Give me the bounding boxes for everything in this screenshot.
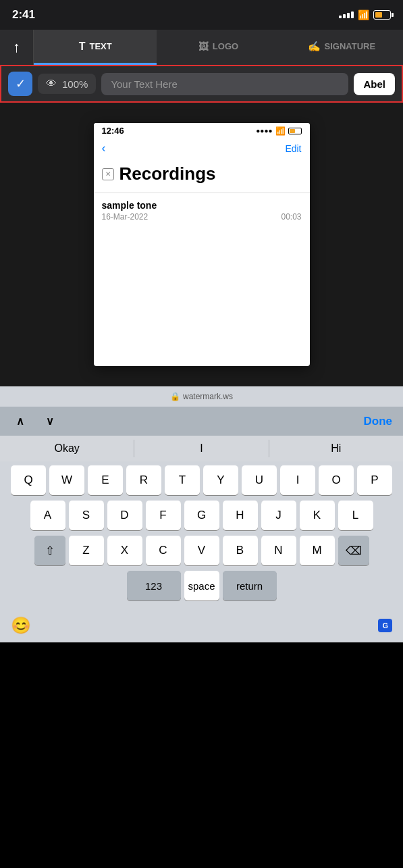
key-o[interactable]: O [319,465,354,495]
autocomplete-row: Okay I Hi [0,436,403,461]
key-y[interactable]: Y [203,465,238,495]
phone-wifi-icon: 📶 [275,126,286,136]
key-row-1: Q W E R T Y U I O P [3,465,400,495]
keyboard-nav-bar: ∧ ∨ Done [0,407,403,436]
shift-key[interactable]: ⇧ [34,536,65,565]
visibility-icon: 👁 [46,78,57,90]
key-l[interactable]: L [338,501,373,530]
phone-empty-area [94,228,310,350]
tab-logo[interactable]: 🖼 LOGO [157,30,279,65]
key-m[interactable]: M [300,536,335,565]
x-badge: ✕ [102,168,114,180]
status-icons: 📶 [339,9,391,20]
signature-tab-icon: ✍ [308,41,321,53]
key-x[interactable]: X [107,536,142,565]
key-c[interactable]: C [146,536,181,565]
text-placeholder: Your Text Here [111,78,177,90]
logo-tab-label: LOGO [213,41,238,51]
key-a[interactable]: A [30,501,65,530]
key-h[interactable]: H [223,501,258,530]
confirm-button[interactable]: ✓ [8,72,32,96]
key-k[interactable]: K [300,501,335,530]
wifi-icon: 📶 [358,9,369,20]
url-bar: 🔒 watermark.ws [0,386,403,407]
grammarly-badge: G [378,619,392,632]
key-g[interactable]: G [184,501,219,530]
phone-status-icons: ●●●● 📶 [256,126,301,136]
key-row-2: A S D F G H J K L [3,501,400,530]
phone-time: 12:46 [102,126,124,136]
font-name-label: Abel [363,78,385,90]
autocomplete-i[interactable]: I [134,440,269,457]
key-row-3: ⇧ Z X C V B N M ⌫ [3,536,400,565]
phone-back-arrow: ‹ [102,141,106,155]
delete-key[interactable]: ⌫ [338,536,369,565]
opacity-value: 100% [62,78,88,90]
bottom-bar: 😊 G [0,609,403,642]
top-toolbar: ↑ T TEXT 🖼 LOGO ✍ SIGNATURE [0,30,403,65]
key-u[interactable]: U [242,465,277,495]
nav-down-arrow[interactable]: ∨ [41,412,59,430]
text-input[interactable]: Your Text Here [101,73,348,95]
key-z[interactable]: Z [69,536,104,565]
key-j[interactable]: J [261,501,296,530]
text-tab-icon: T [79,41,86,53]
key-s[interactable]: S [69,501,104,530]
key-row-4: 123 space return [3,571,400,601]
back-button[interactable]: ↑ [0,30,34,65]
grammarly-icon: G [382,621,388,630]
key-n[interactable]: N [261,536,296,565]
phone-edit-button: Edit [285,143,301,154]
recording-name: sample tone [102,200,302,211]
opacity-control[interactable]: 👁 100% [38,74,96,94]
battery-icon [373,10,391,20]
phone-title: Recordings [119,163,216,184]
key-r[interactable]: R [126,465,161,495]
recording-meta: 16-Mar-2022 00:03 [102,212,302,222]
tab-text[interactable]: T TEXT [34,30,157,65]
key-q[interactable]: Q [11,465,46,495]
lock-icon: 🔒 [170,392,180,401]
key-e[interactable]: E [88,465,123,495]
phone-mockup: 12:46 ●●●● 📶 ‹ Edit ✕ Recordings sample … [94,123,310,366]
key-f[interactable]: F [146,501,181,530]
recording-item: sample tone 16-Mar-2022 00:03 [94,193,310,228]
keyboard-keys: Q W E R T Y U I O P A S D F G H J K L ⇧ … [0,461,403,609]
key-t[interactable]: T [165,465,200,495]
phone-title-row: ✕ Recordings [102,163,302,184]
tab-signature[interactable]: ✍ SIGNATURE [280,30,403,65]
phone-battery-icon [288,128,302,134]
checkmark-icon: ✓ [16,76,26,91]
control-bar: ✓ 👁 100% Your Text Here Abel [0,65,403,103]
text-tab-label: TEXT [89,41,111,51]
phone-nav: ‹ Edit [94,138,310,161]
return-key[interactable]: return [223,571,277,601]
toolbar-tabs: T TEXT 🖼 LOGO ✍ SIGNATURE [34,30,403,65]
autocomplete-hi[interactable]: Hi [269,440,403,457]
signature-tab-label: SIGNATURE [325,41,376,51]
key-v[interactable]: V [184,536,219,565]
numbers-key[interactable]: 123 [127,571,181,601]
logo-tab-icon: 🖼 [198,41,209,52]
key-i[interactable]: I [280,465,315,495]
recording-date: 16-Mar-2022 [102,212,149,222]
phone-title-area: ✕ Recordings [94,161,310,193]
key-p[interactable]: P [357,465,392,495]
key-d[interactable]: D [107,501,142,530]
back-icon: ↑ [13,39,20,56]
font-selector[interactable]: Abel [354,73,395,95]
autocomplete-okay[interactable]: Okay [0,440,134,457]
emoji-button[interactable]: 😊 [11,616,31,635]
nav-up-arrow[interactable]: ∧ [11,412,30,430]
phone-status-bar: 12:46 ●●●● 📶 [94,123,310,138]
preview-area: 12:46 ●●●● 📶 ‹ Edit ✕ Recordings sample … [0,103,403,386]
nav-arrows: ∧ ∨ [11,412,59,430]
key-w[interactable]: W [49,465,84,495]
key-b[interactable]: B [223,536,258,565]
recording-duration: 00:03 [281,212,301,222]
status-time: 2:41 [12,8,35,22]
url-text: watermark.ws [183,392,233,401]
done-button[interactable]: Done [364,415,393,428]
phone-signal-icon: ●●●● [256,127,272,134]
space-key[interactable]: space [184,571,219,601]
